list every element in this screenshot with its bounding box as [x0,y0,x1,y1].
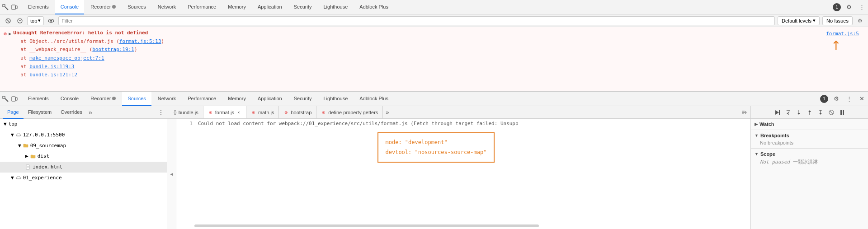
device-icon-bottom[interactable] [11,95,18,103]
tab-memory-top[interactable]: Memory [222,0,251,14]
step-icon[interactable] [816,108,825,117]
pause-exceptions-icon[interactable] [838,108,847,117]
tab-security-bottom[interactable]: Security [288,92,317,106]
bottom-sources-panel: Elements Console Recorder Sources Networ… [0,92,868,229]
watch-section-header[interactable]: ▶ Watch [755,121,864,128]
format-link[interactable]: format.js:5 [826,31,859,37]
tab-console-top[interactable]: Console [55,0,84,14]
tree-item-dist[interactable]: ▶ dist [0,151,167,162]
tab-recorder-top[interactable]: Recorder [85,0,121,14]
bracket-icon: {} [174,110,177,115]
context-selector[interactable]: top ▾ [27,16,44,25]
expand-arrow[interactable]: ▶ [9,30,11,37]
tab-sources-top[interactable]: Sources [122,0,151,14]
stack-link-2[interactable]: bootstrap:19:1 [92,47,134,52]
overlay-line1: mode: "development" [386,138,487,148]
sidebar-tab-page[interactable]: Page [3,106,24,119]
file-tab-define[interactable]: ⊗ define property getters [316,106,383,119]
source-controls-right [740,108,749,117]
tab-console-bottom[interactable]: Console [55,92,84,106]
tab-adblock-bottom[interactable]: Adblock Plus [354,92,394,106]
sidebar-tab-filesystem[interactable]: Filesystem [24,106,57,119]
more-file-tabs[interactable]: » [383,109,392,116]
close-icon-bottom[interactable]: ✕ [857,94,866,103]
svg-rect-29 [843,110,844,115]
no-issues-button[interactable]: No Issues [822,16,853,25]
tab-performance-top[interactable]: Performance [182,0,222,14]
tab-security-top[interactable]: Security [288,0,317,14]
sources-right-panel: ▶ Watch ▼ Breakpoints No breakpoints ▼ S… [750,106,868,229]
deactivate-breakpoints-icon[interactable] [827,108,836,117]
default-levels-button[interactable]: Default levels ▾ [778,16,820,25]
watch-section: ▶ Watch [751,119,868,130]
eye-icon[interactable] [47,16,56,25]
file-tab-format[interactable]: ⊗ format.js × [203,106,246,119]
scope-section-header[interactable]: ▼ Scope [755,150,864,158]
step-into-icon[interactable] [794,108,803,117]
scroll-left-icon[interactable]: ◀ [167,119,176,229]
step-over-icon[interactable] [783,108,793,117]
tab-memory-bottom[interactable]: Memory [222,92,251,106]
sidebar-more-tabs[interactable]: » [87,109,94,116]
stack-link-1[interactable]: format.js:5:13 [119,38,161,44]
file-tab-bar: {} bundle.js ⊗ format.js × ⊗ math.js ⊗ b… [167,106,750,119]
breakpoints-section-header[interactable]: ▼ Breakpoints [755,132,864,139]
settings-icon-bottom[interactable]: ⚙ [832,94,841,103]
more-icon-top[interactable]: ⋮ [857,3,866,12]
error-tab-icon-math: ⊗ [251,110,256,115]
tree-item-indexhtml-label: index.html [33,163,62,172]
sidebar-kebab-menu[interactable]: ⋮ [158,109,164,116]
horizontal-scrollbar[interactable] [194,224,539,227]
inspect-icon[interactable] [2,4,9,11]
tree-item-top[interactable]: ▼ top [0,119,167,130]
file-icon [25,164,31,170]
step-out-icon[interactable] [805,108,814,117]
stack-link-4[interactable]: bundle.js:119:3 [29,64,74,70]
no-breakpoints-text: No breakpoints [755,139,864,146]
issues-settings-icon[interactable]: ⚙ [855,16,864,25]
debugger-controls [751,106,868,119]
recorder-dot-bottom [112,97,116,100]
tab-application-bottom[interactable]: Application [252,92,288,106]
more-icon-bottom[interactable]: ⋮ [844,94,854,103]
file-tab-math[interactable]: ⊗ math.js [246,106,279,119]
recorder-dot [112,5,116,9]
tab-lighthouse-top[interactable]: Lighthouse [318,0,353,14]
tab-lighthouse-bottom[interactable]: Lighthouse [318,92,353,106]
top-console-panel: Elements Console Recorder Sources Networ… [0,0,868,92]
tab-network-top[interactable]: Network [152,0,181,14]
sidebar-tab-overrides[interactable]: Overrides [56,106,87,119]
stack-link-3[interactable]: make_namespace_object:7:1 [29,55,104,61]
tab-elements-top[interactable]: Elements [23,0,54,14]
scope-section: ▼ Scope Not paused 一颗冰淇淋 [751,149,868,168]
inspect-icon-bottom[interactable] [2,95,9,103]
tree-item-server[interactable]: ▼ 127.0.0.1:5500 [0,130,167,140]
tree-item-09sourcemap[interactable]: ▼ 09_sourcemap [0,140,167,151]
format-source-icon[interactable] [740,108,749,117]
tree-item-label: top [9,120,18,129]
tab-application-top[interactable]: Application [252,0,288,14]
close-tab-format[interactable]: × [236,110,241,115]
tab-adblock-top[interactable]: Adblock Plus [354,0,394,14]
clear-console-icon[interactable] [4,16,13,25]
svg-point-9 [50,20,52,22]
tab-elements-bottom[interactable]: Elements [23,92,54,106]
filter-input[interactable] [58,16,775,25]
scope-content: Not paused 一颗冰淇淋 [755,158,864,166]
stop-recording-icon[interactable] [15,16,24,25]
device-icon[interactable] [11,4,18,11]
stack-link-5[interactable]: bundle.js:121:12 [29,72,77,78]
settings-icon-top[interactable]: ⚙ [844,3,854,12]
file-tab-bundle[interactable]: {} bundle.js [169,106,203,119]
tree-item-01experience[interactable]: ▼ 01_experience [0,173,167,183]
tab-performance-bottom[interactable]: Performance [182,92,222,106]
file-tab-bootstrap[interactable]: ⊗ bootstrap [279,106,316,119]
tab-network-bottom[interactable]: Network [152,92,181,106]
tree-item-server-label: 127.0.0.1:5500 [23,131,65,140]
tab-recorder-bottom[interactable]: Recorder [85,92,121,106]
tree-item-indexhtml[interactable]: index.html [0,162,167,173]
overlay-message-box: mode: "development" devtool: "nosources-… [377,132,495,163]
tab-sources-bottom[interactable]: Sources [122,92,151,106]
resume-icon[interactable] [773,108,782,117]
error-stack: at Object../src/utils/format.js (format.… [13,37,864,79]
